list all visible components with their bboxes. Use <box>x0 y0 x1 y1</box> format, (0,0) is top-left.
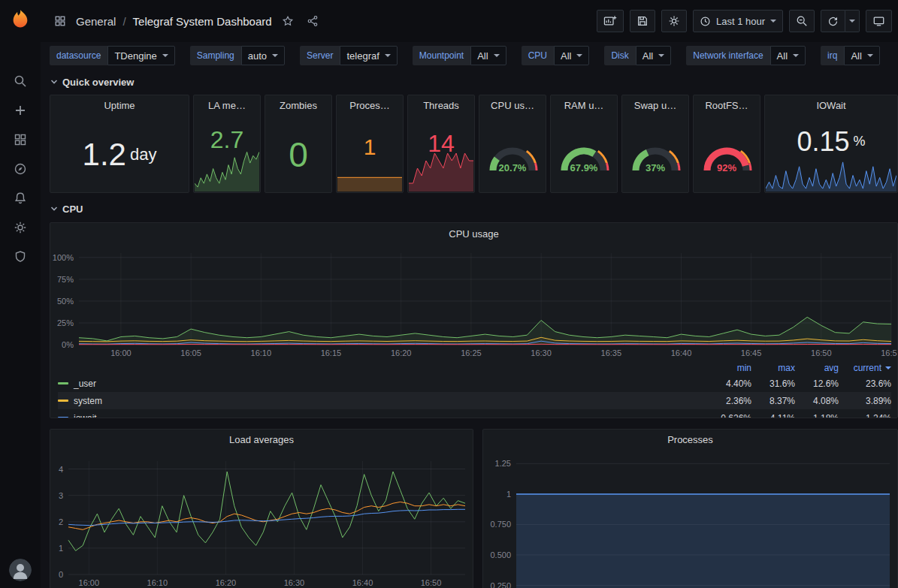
panel-zombies: Zombies 0 <box>265 95 332 193</box>
svg-text:2: 2 <box>59 517 63 526</box>
panel-rootfs-gauge: RootFS… 92% <box>693 95 760 193</box>
legend-sort-current[interactable]: current <box>839 363 891 373</box>
grafana-logo[interactable] <box>0 0 41 39</box>
legend-sort-min[interactable]: min <box>708 363 751 373</box>
dashboard-title[interactable]: Telegraf System Dashboard <box>133 15 272 28</box>
server-admin-shield-icon[interactable] <box>0 242 41 271</box>
share-icon[interactable] <box>304 12 322 30</box>
dashboards-icon[interactable] <box>0 125 41 154</box>
panel-title[interactable]: CPU us… <box>479 95 546 116</box>
breadcrumb-folder[interactable]: General <box>76 15 116 28</box>
legend-header: min max avg current <box>58 361 891 375</box>
legend-avg: 1.18% <box>795 413 839 419</box>
svg-text:25%: 25% <box>57 318 74 327</box>
dashboard-settings-button[interactable] <box>661 10 687 32</box>
search-icon[interactable] <box>0 66 41 95</box>
legend-sort-avg[interactable]: avg <box>795 363 839 373</box>
processes-chart[interactable]: 1.2510.7500.5000.250 <box>483 451 897 588</box>
panel-processes-stat: Proces… 1 <box>336 95 404 193</box>
panel-uptime: Uptime 1.2 day <box>50 95 189 193</box>
legend-series-toggle[interactable]: iowait <box>58 413 708 419</box>
legend-max: 31.6% <box>751 378 795 389</box>
stat-value-area: 0.15 % <box>765 116 897 192</box>
row-header-cpu[interactable]: CPU <box>50 199 898 219</box>
add-panel-button[interactable] <box>597 10 624 32</box>
svg-text:16:20: 16:20 <box>391 348 412 357</box>
legend-series-toggle[interactable]: _user <box>58 378 708 389</box>
chevron-down-icon <box>576 54 582 57</box>
refresh-button[interactable] <box>821 10 845 32</box>
explore-compass-icon[interactable] <box>0 154 41 183</box>
cycle-view-button[interactable] <box>866 10 892 32</box>
gauge-area: 67.9% <box>551 116 617 192</box>
stat-value: 0 <box>289 137 308 172</box>
svg-text:16:45: 16:45 <box>741 348 762 357</box>
variable-value-select[interactable]: All <box>770 46 806 65</box>
stat-value-area: 14 <box>408 116 474 192</box>
variable-value-select[interactable]: All <box>636 46 671 65</box>
panel-title[interactable]: RootFS… <box>694 95 760 116</box>
variable-value-select[interactable]: telegraf <box>340 46 397 65</box>
zoom-out-time-button[interactable] <box>789 10 815 32</box>
save-dashboard-button[interactable] <box>630 10 655 32</box>
chevron-down-icon <box>867 54 873 57</box>
legend-sort-max[interactable]: max <box>751 363 795 373</box>
variable-value-select[interactable]: All <box>554 46 589 65</box>
variable-value-select[interactable]: All <box>470 46 506 65</box>
svg-text:16:10: 16:10 <box>147 578 168 587</box>
svg-text:16:30: 16:30 <box>284 578 305 587</box>
variable-value-select[interactable]: All <box>844 46 879 65</box>
gear-icon <box>668 15 680 27</box>
save-icon <box>636 15 649 27</box>
chevron-down-icon <box>50 77 59 86</box>
apps-icon <box>51 12 69 30</box>
variable-value-select[interactable]: auto <box>241 46 285 65</box>
svg-text:0.750: 0.750 <box>490 520 511 529</box>
panel-title[interactable]: IOWait <box>765 95 897 116</box>
svg-text:0.250: 0.250 <box>490 581 511 588</box>
panel-title[interactable]: Processes <box>483 430 897 451</box>
variable-datasource: datasource TDengine <box>50 46 175 65</box>
panel-title[interactable]: Zombies <box>265 95 331 116</box>
time-range-picker[interactable]: Last 1 hour <box>693 10 783 32</box>
legend-min: 2.36% <box>708 396 751 406</box>
stat-unit: day <box>130 145 156 164</box>
series-color-swatch <box>58 417 68 418</box>
panel-title[interactable]: Proces… <box>337 95 403 116</box>
svg-text:67.9%: 67.9% <box>570 162 598 173</box>
chevron-down-icon <box>494 54 500 57</box>
svg-text:3: 3 <box>59 491 63 500</box>
navbar-actions: Last 1 hour <box>597 10 892 32</box>
refresh-interval-button[interactable] <box>845 10 860 32</box>
panel-title[interactable]: LA me… <box>194 95 260 116</box>
svg-text:16:55: 16:55 <box>881 348 897 357</box>
configuration-gear-icon[interactable] <box>0 213 41 242</box>
variable-cpu: CPU All <box>522 46 590 65</box>
chevron-down-icon <box>770 20 776 23</box>
svg-text:37%: 37% <box>646 162 665 173</box>
panel-title[interactable]: Swap u… <box>622 95 688 116</box>
panel-title[interactable]: Threads <box>408 95 474 116</box>
svg-text:92%: 92% <box>717 162 736 173</box>
legend-series-toggle[interactable]: system <box>58 396 708 406</box>
variable-value-select[interactable]: TDengine <box>107 46 174 65</box>
load-averages-chart[interactable]: 16:0016:1016:2016:3016:4016:5001234 <box>50 451 473 588</box>
stat-value-area: 0 <box>265 116 331 192</box>
gauge-area: 20.7% <box>479 116 546 192</box>
alerting-bell-icon[interactable] <box>0 183 41 213</box>
create-plus-icon[interactable] <box>0 95 41 125</box>
stat-unit: % <box>854 134 866 149</box>
panel-title[interactable]: RAM u… <box>551 95 617 116</box>
panel-title[interactable]: Load averages <box>50 430 473 451</box>
variable-irq: irq All <box>821 46 880 65</box>
panel-title[interactable]: CPU usage <box>50 223 897 246</box>
cpu-usage-chart[interactable]: 16:0016:0516:1016:1516:2016:2516:3016:35… <box>50 246 897 360</box>
star-icon[interactable] <box>279 12 297 30</box>
row-header-quick-overview[interactable]: Quick overview <box>50 72 898 92</box>
variable-label: CPU <box>522 46 554 65</box>
svg-text:16:00: 16:00 <box>110 348 132 357</box>
avatar[interactable] <box>9 559 32 581</box>
panel-title[interactable]: Uptime <box>50 95 189 116</box>
legend-avg: 4.08% <box>795 396 839 406</box>
cpu-gauge: 20.7% <box>481 128 544 184</box>
